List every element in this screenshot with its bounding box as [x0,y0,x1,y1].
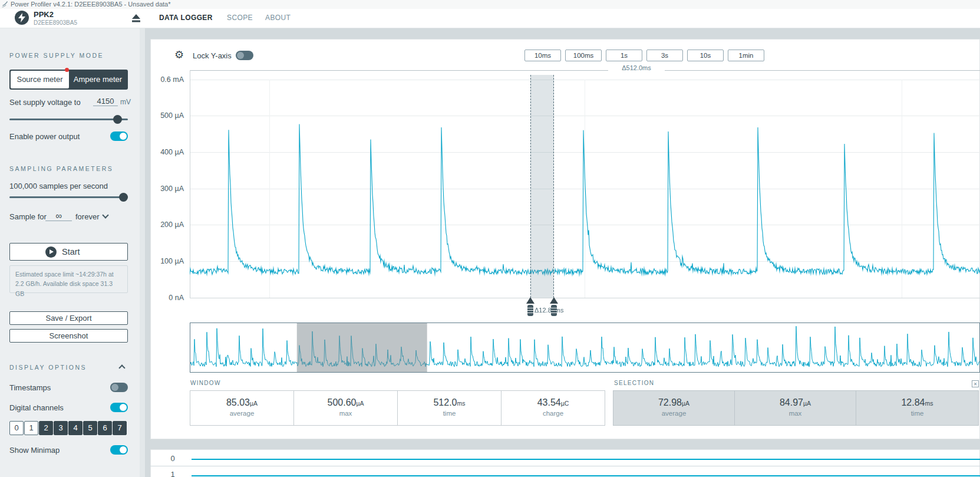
selection-left-marker-icon[interactable] [526,297,534,304]
source-meter-notification-dot [65,68,69,72]
show-minimap-label: Show Minimap [9,446,60,455]
app-header: PPK2 D2EEE8903BA5 DATA LOGGER SCOPE ABOU… [0,9,980,28]
channel-chip-5[interactable]: 5 [83,421,97,435]
digital-row-divider [150,466,980,466]
y-tick-200uA: 200 µA [131,221,184,229]
disk-space-note: Estimated space limit ~14:29:37h at 2.2 … [9,265,128,293]
digital-channel-1-trace [192,475,980,476]
start-button[interactable]: Start [9,243,128,261]
window-stat-max: 500.60µA max [293,390,398,426]
y-tick-0.6mA: 0.6 mA [131,75,184,84]
channel-chip-1[interactable]: 1 [24,421,38,435]
zoom-button-1s[interactable]: 1s [606,50,642,61]
selection-stats-heading: SELECTION [614,380,654,386]
chart-settings-gear-icon[interactable]: ⚙ [174,48,184,61]
source-meter-button[interactable]: Source meter [11,71,69,88]
current-waveform-chart[interactable] [190,70,980,304]
screenshot-button[interactable]: Screenshot [9,329,128,343]
enable-power-toggle[interactable] [110,131,128,141]
sidebar-scroll-gutter[interactable] [140,28,145,477]
ampere-meter-button[interactable]: Ampere meter [69,71,127,88]
selection-right-marker-icon[interactable] [550,297,558,304]
channel-chip-3[interactable]: 3 [54,421,68,435]
tab-about[interactable]: ABOUT [265,14,291,22]
window-titlebar: Power Profiler v4.2.1: D2EEE8903BA5 - Un… [0,0,980,9]
device-serial: D2EEE8903BA5 [34,19,77,26]
channel-chip-7[interactable]: 7 [113,421,127,435]
zoom-button-3s[interactable]: 3s [646,50,683,61]
chart-selection-region[interactable] [530,75,554,298]
digital-row-label-1: 1 [169,470,177,477]
display-options-heading: DISPLAY OPTIONS [9,364,87,371]
selection-stat-max: 84.97µA max [734,390,856,426]
voltage-input[interactable]: 4150 [93,97,118,106]
y-tick-100uA: 100 µA [131,257,184,265]
sample-rate-label: 100,000 samples per second [9,182,108,190]
enable-power-label: Enable power output [9,132,80,141]
sampling-parameters-heading: SAMPLING PARAMETERS [9,165,113,172]
y-tick-500uA: 500 µA [131,111,184,120]
window-stats-heading: WINDOW [190,380,221,386]
channel-chip-0[interactable]: 0 [9,421,24,435]
ppk2-logo-icon [15,11,29,25]
meter-mode-toggle-group: Source meter Ampere meter [9,70,128,90]
window-stat-charge: 43.54µC charge [501,390,605,426]
digital-channels-toggle[interactable] [110,403,128,412]
minimap-waveform[interactable] [190,323,979,372]
minimap[interactable] [190,323,980,373]
device-name: PPK2 [34,10,54,19]
channel-chip-2[interactable]: 2 [39,421,53,435]
voltage-slider[interactable] [9,119,128,120]
digital-row-label-0: 0 [169,454,177,463]
y-tick-0nA: 0 nA [131,294,184,302]
channel-chip-4[interactable]: 4 [68,421,83,435]
play-icon [45,246,57,258]
eject-device-icon[interactable] [131,13,141,26]
voltage-label: Set supply voltage to [9,98,81,107]
y-tick-400uA: 400 µA [131,148,184,156]
selection-close-button[interactable]: ✕ [972,380,979,387]
sample-for-label: Sample for [9,212,47,221]
zoom-button-100ms[interactable]: 100ms [565,50,602,61]
window-stat-average: 85.03µA average [190,390,294,426]
selection-left-handle[interactable] [527,305,533,316]
lock-y-axis-label: Lock Y-axis [193,51,232,60]
selection-right-handle[interactable] [551,305,557,316]
zoom-button-1min[interactable]: 1min [728,50,764,61]
channel-chip-6[interactable]: 6 [98,421,112,435]
sample-rate-slider-thumb[interactable] [119,193,128,202]
lock-y-axis-toggle[interactable] [236,51,253,60]
window-title: Power Profiler v4.2.1: D2EEE8903BA5 - Un… [11,0,170,9]
selection-delta-label: Δ12.84ms [534,307,564,314]
selection-stat-time: 12.84ms time [856,390,979,426]
sample-duration-input[interactable]: ∞ [45,210,72,221]
sample-duration-unit-select[interactable]: forever [75,212,99,221]
zoom-button-10ms[interactable]: 10ms [524,50,561,61]
show-minimap-toggle[interactable] [110,445,128,455]
timestamps-label: Timestamps [9,383,51,392]
y-tick-300uA: 300 µA [131,185,184,193]
digital-channel-0-trace [192,459,980,460]
tab-scope[interactable]: SCOPE [227,14,253,22]
voltage-unit: mV [120,98,131,106]
save-export-button[interactable]: Save / Export [9,311,128,325]
sample-rate-slider[interactable] [9,196,128,198]
timestamps-toggle[interactable] [110,383,128,392]
window-stat-time: 512.0ms time [397,390,501,426]
digital-channels-panel [150,449,980,477]
power-supply-mode-heading: POWER SUPPLY MODE [9,52,104,59]
zoom-button-10s[interactable]: 10s [687,50,724,61]
voltage-slider-thumb[interactable] [113,115,122,124]
digital-channels-label: Digital channels [9,403,64,412]
tab-data-logger[interactable]: DATA LOGGER [159,14,213,22]
selection-stat-average: 72.98µA average [613,390,735,426]
